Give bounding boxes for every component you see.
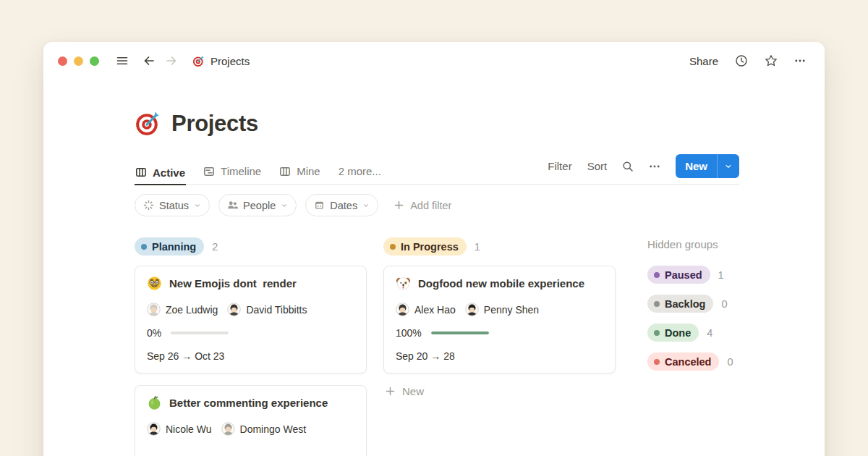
card-title: Better commenting experience (169, 397, 328, 409)
maximize-window-button[interactable] (90, 56, 99, 66)
chevron-down-icon (194, 202, 201, 209)
page-header: Projects (135, 110, 739, 137)
view-toolbar: Filter Sort New (548, 154, 739, 184)
star-icon (765, 54, 778, 67)
group-pill-backlog[interactable]: Backlog (647, 295, 713, 313)
tab-mine[interactable]: Mine (278, 161, 321, 184)
person[interactable]: Alex Hao (396, 303, 456, 316)
group-count: 1 (718, 269, 724, 281)
board-view-icon (135, 166, 147, 178)
page-title[interactable]: Projects (171, 111, 258, 137)
view-tabs: Active Timeline Mine 2 more... (135, 161, 399, 184)
updates-button[interactable] (735, 54, 748, 67)
person[interactable]: Domingo West (221, 422, 307, 436)
tab-timeline[interactable]: Timeline (203, 161, 262, 184)
group-pill-done[interactable]: Done (647, 324, 699, 342)
avatar (227, 303, 241, 316)
group-header: In Progress 1 (383, 237, 616, 256)
favorite-button[interactable] (765, 54, 778, 67)
add-filter-label: Add filter (410, 200, 451, 211)
sort-button[interactable]: Sort (587, 160, 608, 172)
timeline-view-icon (203, 166, 215, 177)
chip-label: Status (159, 200, 189, 211)
add-card-button[interactable]: New (383, 385, 616, 397)
new-dropdown-button[interactable] (718, 162, 739, 171)
chevron-down-icon (362, 202, 370, 209)
person[interactable]: Nicole Wu (147, 422, 212, 436)
person-name: Domingo West (240, 423, 307, 435)
filter-button[interactable]: Filter (548, 160, 571, 172)
calendar-icon (314, 200, 325, 211)
tab-label: Mine (297, 165, 320, 177)
breadcrumb[interactable]: Projects (192, 55, 250, 67)
status-dot (654, 301, 660, 307)
status-dot (654, 272, 660, 278)
page-content: Projects Active Timeline Mine 2 more... (43, 110, 825, 456)
card-new-emojis[interactable]: New Emojis dont render Zoe Ludwig David … (135, 266, 367, 373)
person-name: Zoe Ludwig (166, 304, 218, 316)
forward-button[interactable] (165, 54, 178, 67)
filter-chip-dates[interactable]: Dates (305, 194, 378, 216)
tab-active[interactable]: Active (135, 162, 186, 185)
titlebar-actions: Share (689, 54, 806, 67)
page-target-emoji-icon[interactable] (135, 110, 161, 137)
green-apple-emoji-icon (147, 395, 162, 410)
group-label: Planning (152, 241, 196, 253)
new-button[interactable]: New (676, 160, 717, 172)
group-label: Paused (665, 269, 702, 281)
group-pill-canceled[interactable]: Canceled (647, 352, 719, 371)
hidden-groups-title: Hidden groups (647, 238, 733, 250)
group-pill-planning[interactable]: Planning (135, 237, 204, 256)
add-card-label: New (402, 385, 424, 397)
sidebar-toggle-button[interactable] (116, 54, 129, 67)
group-count: 1 (475, 241, 480, 253)
tab-more-views[interactable]: 2 more... (338, 161, 382, 184)
view-tabs-bar: Active Timeline Mine 2 more... Filter So… (135, 154, 739, 185)
view-options-button[interactable] (649, 161, 660, 172)
group-label: Canceled (665, 356, 711, 368)
person[interactable]: Penny Shen (465, 303, 539, 316)
group-pill-in-progress[interactable]: In Progress (383, 237, 467, 256)
back-arrow-icon (142, 54, 156, 67)
status-dot (654, 330, 660, 336)
filter-bar: Status People Dates Add filter (135, 194, 739, 216)
share-button[interactable]: Share (689, 55, 718, 67)
more-options-button[interactable] (794, 55, 806, 67)
card-dates: Sep 26 → Oct 23 (147, 350, 354, 362)
close-window-button[interactable] (58, 56, 67, 66)
group-count: 0 (721, 298, 727, 310)
window-controls (58, 56, 99, 66)
group-header: Planning 2 (135, 237, 367, 256)
group-label: Backlog (665, 298, 705, 310)
new-button-group: New (676, 154, 739, 178)
app-window: Projects Share Projects Active (43, 42, 825, 456)
chip-label: People (243, 200, 276, 211)
search-icon (622, 161, 634, 172)
filter-chip-people[interactable]: People (218, 194, 297, 216)
card-better-commenting[interactable]: Better commenting experience Nicole Wu D… (135, 385, 367, 456)
plus-icon (385, 386, 396, 397)
card-title: New Emojis dont render (169, 277, 297, 290)
card-title-row: New Emojis dont render (147, 276, 354, 291)
minimize-window-button[interactable] (74, 56, 83, 66)
person[interactable]: David Tibbitts (227, 303, 307, 316)
tab-label: Active (153, 166, 185, 179)
person[interactable]: Zoe Ludwig (147, 303, 218, 316)
progress-label: 100% (396, 327, 422, 339)
chip-label: Dates (330, 200, 357, 211)
group-count: 2 (212, 241, 218, 253)
card-title: Dogfood new mobile experience (418, 277, 584, 290)
group-pill-paused[interactable]: Paused (647, 266, 710, 284)
search-button[interactable] (622, 161, 634, 172)
status-dot (390, 244, 396, 250)
hidden-group-canceled: Canceled 0 (647, 352, 733, 371)
card-people: Alex Hao Penny Shen (396, 303, 603, 316)
back-button[interactable] (142, 54, 156, 67)
filter-chip-status[interactable]: Status (135, 194, 210, 216)
chevron-down-icon (281, 202, 288, 209)
progress-fill (431, 332, 489, 334)
column-planning: Planning 2 New Emojis dont render Zoe Lu… (135, 237, 367, 456)
card-dogfood-mobile[interactable]: Dogfood new mobile experience Alex Hao P… (383, 266, 616, 373)
add-filter-button[interactable]: Add filter (393, 200, 451, 211)
progress-bar (431, 332, 489, 334)
